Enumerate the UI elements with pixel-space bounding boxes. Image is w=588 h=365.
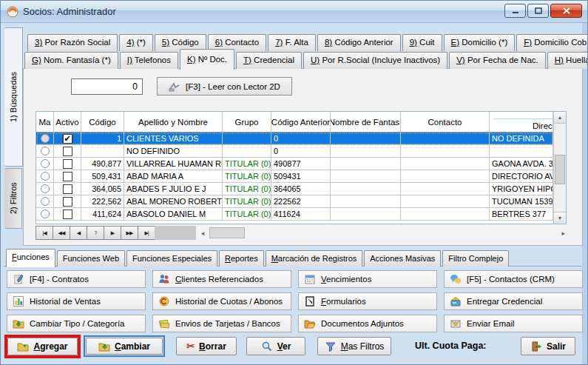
tab-codigo-anterior[interactable]: 8) Código Anterior xyxy=(317,34,401,51)
table-row[interactable]: 490,877 VILLARREAL HUAMAN REN TITULAR (0… xyxy=(36,158,553,170)
tab-reportes[interactable]: Reportes xyxy=(219,250,264,267)
tab-nro-doc[interactable]: K) Nº Doc. xyxy=(180,49,234,70)
row-marker-radio[interactable] xyxy=(41,197,50,206)
tab-cuit[interactable]: 9) Cuit xyxy=(402,34,442,51)
entregar-credencial-button[interactable]: Entregar Credencial xyxy=(444,292,583,310)
contactos-crm-button[interactable]: [F5] - Contactos (CRM) xyxy=(444,270,583,288)
activo-checkbox[interactable] xyxy=(63,197,72,207)
doc-number-input[interactable] xyxy=(71,78,143,95)
tab-acciones-masivas[interactable]: Acciones Masivas xyxy=(364,250,441,267)
tab-marcacion-registros[interactable]: Marcación de Registros xyxy=(266,250,363,267)
col-codigo[interactable]: Código xyxy=(81,112,124,133)
activo-checkbox[interactable] xyxy=(63,172,72,181)
vencimientos-button[interactable]: Vencimientos xyxy=(298,270,437,288)
activo-checkbox[interactable] xyxy=(63,210,72,219)
side-tab-filtros[interactable]: 2) Filtros xyxy=(4,168,22,229)
tab-por-rsocial-inactivos[interactable]: U) Por R.Social (Incluye Inactivos) xyxy=(303,52,447,69)
tab-4[interactable]: 4) (*) xyxy=(119,34,153,51)
app-icon xyxy=(7,6,18,18)
tab-nom-fantasia[interactable]: G) Nom. Fantasía (*) xyxy=(24,52,118,69)
tab-domicilio[interactable]: E) Domicilio (*) xyxy=(444,34,516,51)
horizontal-scroll-thumb[interactable] xyxy=(209,227,245,238)
tab-funciones-web[interactable]: Funciones Web xyxy=(57,250,125,267)
col-nombre-fantasia[interactable]: Nombre de Fantasí xyxy=(331,112,401,133)
scroll-left-icon[interactable]: ◂ xyxy=(196,230,209,237)
salir-button[interactable]: Salir xyxy=(521,337,575,355)
nav-fast-prev-button[interactable]: ◀◀ xyxy=(53,226,70,240)
row-marker-radio[interactable] xyxy=(41,184,50,193)
close-button[interactable] xyxy=(550,4,582,18)
col-contacto[interactable]: Contacto xyxy=(401,112,490,133)
activo-checkbox[interactable]: ✔ xyxy=(63,134,72,144)
scroll-right-icon[interactable]: ▸ xyxy=(561,230,565,237)
col-grupo[interactable]: Grupo xyxy=(223,112,271,133)
clientes-referenciados-button[interactable]: Clientes Referenciados xyxy=(152,270,291,288)
funnel-icon xyxy=(325,341,337,352)
tab-f-alta[interactable]: 7) F. Alta xyxy=(268,34,316,51)
table-row[interactable]: 411,624 ABASOLO DANIEL M TITULAR (0) 411… xyxy=(36,208,553,221)
nav-prev-button[interactable]: ◀ xyxy=(70,226,87,240)
nav-first-button[interactable]: |◀ xyxy=(36,226,53,240)
scroll-down-icon[interactable]: ▾ xyxy=(554,212,566,224)
table-row[interactable]: 509,431 ABAD MARIA A TITULAR (0) 509431 … xyxy=(36,170,553,183)
tab-credencial[interactable]: T) Credencial xyxy=(236,52,302,69)
table-row[interactable]: 222,562 ABAL MORENO ROBERTO E TITULAR (0… xyxy=(36,195,553,208)
mas-filtros-button[interactable]: Mas Filtros xyxy=(317,337,391,355)
tab-por-fecha-nac[interactable]: V) Por Fecha de Nac. xyxy=(449,52,546,69)
cell-codigo xyxy=(81,145,124,158)
scroll-up-icon[interactable]: ▴ xyxy=(554,112,566,124)
row-marker-radio[interactable] xyxy=(41,172,50,181)
minimize-button[interactable] xyxy=(504,4,526,18)
side-tab-busquedas[interactable]: 1) Búsquedas xyxy=(4,27,23,167)
documentos-adjuntos-button[interactable]: Documentos Adjuntos xyxy=(298,315,437,332)
enviar-email-label: Enviar Email xyxy=(467,319,515,328)
tab-funciones[interactable]: Funciones xyxy=(6,249,55,267)
activo-checkbox[interactable] xyxy=(63,184,72,194)
nav-search-button[interactable]: ? xyxy=(87,226,104,240)
tab-domicilio-cob[interactable]: F) Domicilio Cob. xyxy=(516,34,588,51)
nav-fast-next-button[interactable]: ▶▶ xyxy=(121,226,138,240)
scan-2d-button[interactable]: [F3] - Leer con Lector 2D xyxy=(157,77,292,96)
col-direccion[interactable]: Direc xyxy=(490,112,553,133)
row-marker-radio[interactable] xyxy=(41,147,50,155)
ver-button[interactable]: Ver xyxy=(246,337,305,355)
historial-cuotas-button[interactable]: Historial de Cuotas / Abonos xyxy=(152,292,291,310)
historial-ventas-button[interactable]: Historial de Ventas xyxy=(7,292,146,310)
col-apellido-nombre[interactable]: Apellido y Nombre xyxy=(124,112,223,133)
cell-direccion: GAONA AVDA. 37 xyxy=(490,158,553,170)
vertical-scroll-thumb[interactable] xyxy=(555,155,565,184)
tab-funciones-especiales[interactable]: Funciones Especiales xyxy=(126,250,217,267)
cell-contacto xyxy=(401,133,490,145)
formularios-label: Formularios xyxy=(321,297,366,306)
tab-huella-dactilar[interactable]: H) Huella Dactilar xyxy=(547,52,588,69)
row-marker-radio[interactable] xyxy=(41,210,50,218)
col-marca[interactable]: Ma xyxy=(36,112,54,133)
contratos-button[interactable]: [F4] - Contratos xyxy=(7,270,146,288)
agregar-button[interactable]: Agregar xyxy=(7,338,78,355)
maximize-button[interactable] xyxy=(527,4,549,18)
col-codigo-anterior[interactable]: Código Anterior xyxy=(271,112,331,133)
envelope-icon xyxy=(450,318,462,329)
borrar-button[interactable]: ✂ Borrar xyxy=(176,337,237,355)
tab-por-razon-social[interactable]: 3) Por Razón Social xyxy=(27,34,118,51)
cambiar-tipo-button[interactable]: Cambiar Tipo / Categoría xyxy=(7,315,146,332)
horizontal-scrollbar[interactable]: ◂ ▸ xyxy=(196,226,567,240)
table-row[interactable]: NO DEFINIDO 0 xyxy=(36,145,553,158)
tab-telefonos[interactable]: I) Telefonos xyxy=(120,52,178,69)
activo-checkbox[interactable] xyxy=(63,159,72,169)
cambiar-button[interactable]: Cambiar xyxy=(86,338,163,355)
row-marker-radio[interactable] xyxy=(41,159,50,168)
cell-grupo xyxy=(223,133,271,145)
table-row[interactable]: ✔ 1 CLIENTES VARIOS 0 NO DEFINIDA xyxy=(36,133,553,145)
vertical-scrollbar[interactable]: ▴ ▾ xyxy=(553,112,566,224)
formularios-button[interactable]: Formularios xyxy=(298,292,437,310)
nav-next-button[interactable]: ▶ xyxy=(104,226,121,240)
enviar-email-button[interactable]: Enviar Email xyxy=(444,315,583,332)
tab-filtro-complejo[interactable]: Filtro Complejo xyxy=(442,250,509,267)
table-row[interactable]: 364,065 ABADES F JULIO E J TITULAR (0) 3… xyxy=(36,183,553,195)
row-marker-radio[interactable] xyxy=(41,134,50,143)
activo-checkbox[interactable] xyxy=(63,147,72,156)
col-activo[interactable]: Activo xyxy=(54,112,81,133)
envios-tarjetas-button[interactable]: Envios de Tarjetas / Bancos xyxy=(152,315,291,332)
nav-last-button[interactable]: ▶| xyxy=(138,226,155,240)
